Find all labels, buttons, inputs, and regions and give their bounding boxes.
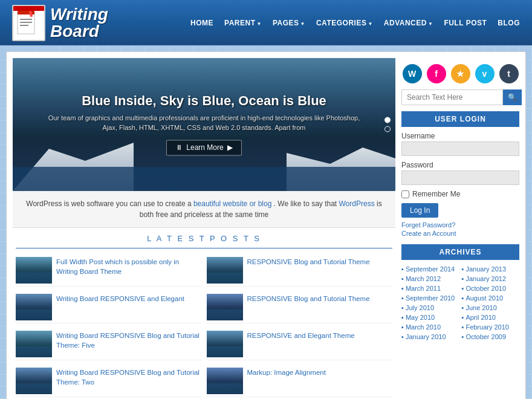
nav-arrow: ▼ (428, 21, 433, 27)
search-button[interactable]: 🔍 (503, 89, 522, 105)
post-title-link[interactable]: Writing Board RESPONSIVE and Elegant (56, 295, 184, 302)
archive-link[interactable]: April 2010 (465, 314, 496, 321)
hero-cta-button[interactable]: ⏸ Learn More ▶ (166, 140, 241, 156)
intro-text: WordPress is web software you can use to… (13, 191, 395, 228)
login-button[interactable]: Log In (401, 203, 438, 218)
post-text: RESPONSIVE Blog and Tutorial Theme (247, 294, 370, 303)
remember-label: Remember Me (412, 190, 460, 198)
flickr-icon[interactable]: f (427, 64, 446, 83)
nav-item-full-post[interactable]: FULL POST (444, 19, 487, 27)
post-thumbnail-image (16, 294, 52, 320)
archive-item: March 2012 (401, 274, 459, 283)
post-thumbnail (16, 257, 52, 284)
archive-link[interactable]: October 2009 (465, 333, 506, 340)
login-links: Forget Password? Create an Account (401, 221, 519, 237)
wordpress-icon[interactable]: W (403, 64, 422, 83)
post-item: RESPONSIVE and Elegant Theme (207, 328, 393, 360)
username-input[interactable] (401, 141, 519, 156)
post-thumbnail-image (16, 368, 52, 394)
post-thumbnail-image (207, 368, 243, 394)
post-thumbnail (207, 257, 243, 284)
post-thumbnail-image (207, 257, 243, 284)
archive-item: March 2010 (401, 323, 459, 331)
play-icon: ⏸ (175, 144, 183, 152)
posts-grid: Full Width Post which is possible only i… (16, 255, 392, 399)
intro-text-middle: . We like to say that (274, 199, 339, 208)
archive-link[interactable]: July 2010 (406, 304, 434, 311)
archive-link[interactable]: February 2010 (465, 323, 509, 331)
nav-item-blog[interactable]: BLOG (498, 19, 520, 27)
intro-link-beautiful[interactable]: beautiful website or blog (193, 199, 271, 208)
archive-item: February 2010 (462, 323, 520, 331)
logo-area: Writing Board (12, 5, 108, 41)
post-thumbnail-image (16, 331, 52, 357)
post-text: Writing Board RESPONSIVE Blog and Tutori… (56, 331, 202, 350)
remember-row: Remember Me (401, 190, 519, 198)
site-header: Writing Board HOMEPARENT▼PAGES▼CATEGORIE… (0, 0, 532, 45)
post-title-link[interactable]: RESPONSIVE Blog and Tutorial Theme (247, 295, 370, 302)
post-text: Markup: Image Alignment (247, 368, 326, 377)
post-thumbnail-image (207, 331, 243, 357)
archive-link[interactable]: January 2010 (406, 333, 446, 340)
post-title-link[interactable]: RESPONSIVE and Elegant Theme (247, 332, 355, 339)
search-input[interactable] (401, 89, 503, 105)
archive-item: January 2012 (462, 274, 520, 283)
post-title-link[interactable]: Writing Board RESPONSIVE Blog and Tutori… (56, 369, 199, 386)
archive-link[interactable]: January 2012 (465, 275, 506, 282)
intro-link-wordpress[interactable]: WordPress (339, 199, 375, 208)
post-item: Writing Board RESPONSIVE Blog and Tutori… (16, 328, 202, 360)
content-area: Blue Inside, Sky is Blue, Ocean is Blue … (13, 58, 519, 399)
slider-dots (384, 117, 391, 132)
remember-checkbox[interactable] (401, 190, 409, 198)
logo-board: Board (50, 23, 108, 40)
nav-item-home[interactable]: HOME (190, 19, 213, 27)
archive-link[interactable]: September 2014 (406, 265, 455, 273)
hero-subtitle: Our team of graphics and multimedia prof… (41, 114, 366, 133)
archive-link[interactable]: May 2010 (406, 314, 435, 321)
user-login-title: USER LOGIN (401, 111, 519, 127)
archive-link[interactable]: January 2013 (465, 265, 506, 273)
slider-dot-1[interactable] (384, 117, 391, 123)
water (13, 167, 395, 191)
archive-item: August 2010 (462, 294, 520, 302)
archive-item: October 2010 (462, 284, 520, 293)
tumblr-icon[interactable]: t (499, 64, 519, 83)
post-thumbnail-image (207, 294, 243, 320)
archive-item: January 2013 (462, 265, 520, 273)
main-nav: HOMEPARENT▼PAGES▼CATEGORIES▼ADVANCED▼FUL… (190, 18, 520, 27)
forget-password-link[interactable]: Forget Password? (401, 221, 519, 229)
archive-link[interactable]: June 2010 (465, 304, 496, 311)
nav-arrow: ▼ (256, 21, 261, 27)
archive-item: April 2010 (462, 313, 520, 322)
post-title-link[interactable]: RESPONSIVE Blog and Tutorial Theme (247, 258, 370, 265)
nav-item-pages[interactable]: PAGES▼ (273, 19, 305, 27)
post-item: Writing Board RESPONSIVE and Elegant (16, 291, 202, 323)
latest-posts-section: L A T E S T P O S T S Full Width Post wh… (13, 228, 395, 399)
archive-item: October 2009 (462, 332, 520, 341)
hero-slider: Blue Inside, Sky is Blue, Ocean is Blue … (13, 58, 395, 191)
archive-link[interactable]: October 2010 (465, 285, 506, 292)
nav-item-parent[interactable]: PARENT▼ (224, 19, 262, 27)
archive-link[interactable]: March 2010 (406, 323, 441, 331)
logo-icon (12, 5, 45, 41)
post-title-link[interactable]: Full Width Post which is possible only i… (56, 258, 179, 275)
password-label: Password (401, 161, 519, 169)
archive-link[interactable]: August 2010 (465, 294, 503, 302)
slider-dot-2[interactable] (384, 126, 391, 132)
archive-link[interactable]: March 2012 (406, 275, 441, 282)
bookmark-icon[interactable]: ★ (451, 64, 470, 83)
logo-text: Writing Board (50, 6, 108, 40)
password-input[interactable] (401, 170, 519, 185)
latest-posts-title: L A T E S T P O S T S (16, 228, 392, 248)
login-form: Username Password Remember Me Log In For… (401, 132, 519, 237)
archive-link[interactable]: September 2010 (406, 294, 455, 302)
archives-title: ARCHIVES (401, 244, 519, 260)
vimeo-icon[interactable]: v (475, 64, 495, 83)
nav-item-advanced[interactable]: ADVANCED▼ (384, 19, 433, 27)
create-account-link[interactable]: Create an Account (401, 230, 519, 237)
post-thumbnail (16, 294, 52, 320)
archive-link[interactable]: March 2011 (406, 285, 441, 292)
post-title-link[interactable]: Writing Board RESPONSIVE Blog and Tutori… (56, 332, 199, 349)
post-title-link[interactable]: Markup: Image Alignment (247, 369, 326, 376)
nav-item-categories[interactable]: CATEGORIES▼ (316, 19, 373, 27)
